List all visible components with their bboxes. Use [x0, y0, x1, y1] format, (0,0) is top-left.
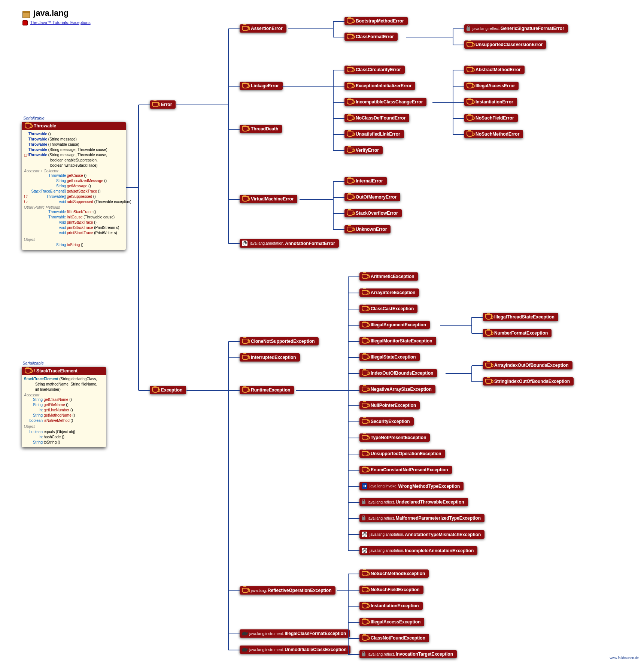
node-verifyerror[interactable]: VerifyError: [344, 146, 383, 154]
class-icon: [242, 126, 249, 132]
node-instex[interactable]: InstantiationException: [359, 602, 423, 610]
class-icon: [362, 371, 368, 376]
class-icon: [347, 34, 353, 39]
node-virtualmachineerror[interactable]: VirtualMachineError: [240, 195, 297, 203]
node-illarg[interactable]: IllegalArgumentException: [359, 321, 430, 329]
tutorials-link[interactable]: The Java™ Tutorials: Exceptions: [22, 20, 91, 25]
node-cnfex[interactable]: ClassNotFoundException: [359, 634, 429, 642]
node-assertionerror[interactable]: AssertionError: [240, 24, 286, 33]
class-icon: [242, 196, 249, 202]
class-icon: [347, 178, 353, 184]
node-incompann[interactable]: @java.lang.annotation.IncompleteAnnotati…: [359, 546, 477, 555]
class-icon: [362, 635, 368, 641]
node-instantiationerr[interactable]: InstantiationError: [464, 98, 517, 106]
class-icon: [467, 83, 473, 88]
class-icon: [242, 588, 249, 593]
reflect-icon: [467, 27, 470, 31]
node-npe[interactable]: NullPointerException: [359, 401, 420, 409]
class-icon: [347, 227, 353, 232]
node-enumconst[interactable]: EnumConstantNotPresentException: [359, 466, 452, 474]
node-wrongmeth[interactable]: ➔java.lang.invoke.WrongMethodTypeExcepti…: [359, 482, 464, 490]
node-unsupclassver[interactable]: UnsupportedClassVersionError: [464, 40, 546, 49]
node-unsupop[interactable]: UnsupportedOperationException: [359, 450, 445, 458]
tutorials-link-text[interactable]: The Java™ Tutorials: Exceptions: [30, 20, 91, 25]
class-icon: [362, 571, 368, 576]
class-icon: [467, 67, 473, 72]
node-bootstrapmethoderror[interactable]: BootstrapMethodError: [344, 17, 408, 25]
instrument-icon: [242, 632, 247, 635]
node-illclsfmt[interactable]: java.lang.instrument.IllegalClassFormatE…: [240, 629, 350, 638]
node-gensigformat[interactable]: java.lang.reflect.GenericSignatureFormat…: [464, 24, 568, 33]
node-nosuchfieldex[interactable]: NoSuchFieldException: [359, 586, 423, 594]
node-noclassdef[interactable]: NoClassDefFoundError: [344, 114, 409, 122]
package-header: java.lang: [22, 8, 69, 18]
node-abstractmeth[interactable]: AbstractMethodError: [464, 66, 525, 74]
node-arithex[interactable]: ArithmeticException: [359, 272, 418, 281]
class-icon: [347, 148, 353, 153]
node-stackoverflow[interactable]: StackOverflowError: [344, 209, 402, 217]
node-malparam[interactable]: java.lang.reflect.MalformedParameterized…: [359, 514, 484, 522]
node-annformaterr[interactable]: @java.lang.annotation.AnnotationFormatEr…: [240, 239, 339, 248]
node-classformaterror[interactable]: ClassFormatError: [344, 33, 398, 41]
node-ioob[interactable]: IndexOutOfBoundsException: [359, 369, 437, 377]
node-error[interactable]: Error: [150, 100, 176, 109]
node-excinit[interactable]: ExceptionInInitializerError: [344, 82, 415, 90]
node-nosuchmethoderr[interactable]: NoSuchMethodError: [464, 130, 523, 138]
annotation-icon: @: [362, 532, 367, 537]
node-aioob[interactable]: ArrayIndexOutOfBoundsException: [483, 361, 572, 369]
node-unsatlink[interactable]: UnsatisfiedLinkError: [344, 130, 404, 138]
class-icon: [152, 387, 159, 393]
card-throwable: Throwable Throwable ()Throwable (String …: [22, 122, 126, 250]
class-icon: [362, 619, 368, 625]
node-runtimeex[interactable]: RuntimeException: [240, 386, 294, 394]
node-threaddeath[interactable]: ThreadDeath: [240, 125, 282, 133]
class-icon: [347, 194, 353, 200]
node-outofmemory[interactable]: OutOfMemoryError: [344, 193, 400, 201]
node-unknownerror[interactable]: UnknownError: [344, 225, 391, 233]
card-ste-title: f StackTraceElement: [22, 367, 106, 375]
node-sioob[interactable]: StringIndexOutOfBoundsException: [483, 377, 574, 386]
node-illthreadstate[interactable]: IllegalThreadStateException: [483, 313, 558, 321]
node-unmodcls[interactable]: java.lang.instrument.UnmodifiableClassEx…: [240, 646, 350, 654]
class-icon: [362, 274, 368, 279]
class-icon: [362, 338, 368, 344]
node-reflop[interactable]: java.lang.ReflectiveOperationException: [240, 586, 335, 595]
node-interrupted[interactable]: InterruptedException: [240, 353, 300, 362]
class-icon: [467, 42, 473, 47]
card-throwable-title: Throwable: [22, 122, 126, 130]
node-illstate[interactable]: IllegalStateException: [359, 353, 420, 361]
instrument-icon: [242, 648, 247, 652]
node-clonenotsupp[interactable]: CloneNotSupportedException: [240, 337, 319, 345]
class-icon: [347, 18, 353, 24]
node-negarr[interactable]: NegativeArraySizeException: [359, 385, 435, 393]
node-illaccex[interactable]: IllegalAccessException: [359, 618, 424, 626]
node-numfmt[interactable]: NumberFormatException: [483, 329, 552, 337]
class-icon: [242, 26, 249, 31]
class-icon: [347, 99, 353, 105]
footer-link[interactable]: www.falkhausen.de: [610, 656, 639, 660]
node-security[interactable]: SecurityException: [359, 417, 414, 426]
node-illegalaccesserr[interactable]: IllegalAccessError: [464, 82, 519, 90]
node-classcast[interactable]: ClassCastException: [359, 305, 417, 313]
class-icon: [485, 363, 492, 368]
node-typenotpresent[interactable]: TypeNotPresentException: [359, 433, 430, 442]
node-arrstore[interactable]: ArrayStoreException: [359, 288, 419, 297]
node-classcircerror[interactable]: ClassCircularityError: [344, 66, 405, 74]
class-icon: [362, 435, 368, 440]
diagram-canvas: { "header": { "package": "java.lang", "t…: [0, 0, 644, 662]
class-icon: [467, 99, 473, 105]
node-undeclthr[interactable]: java.lang.reflect.UndeclaredThrowableExc…: [359, 498, 468, 506]
node-nosuchmethex[interactable]: NoSuchMethodException: [359, 569, 429, 578]
node-exception[interactable]: Exception: [150, 386, 186, 394]
node-illmonstate[interactable]: IllegalMonitorStateException: [359, 337, 436, 345]
class-icon: [467, 115, 473, 121]
node-internalerror[interactable]: InternalError: [344, 177, 387, 185]
node-incompat[interactable]: IncompatibleClassChangeError: [344, 98, 426, 106]
card-throwable-name: Throwable: [34, 123, 56, 129]
node-anntmism[interactable]: @java.lang.annotation.AnnotationTypeMism…: [359, 530, 484, 539]
reflect-icon: [362, 517, 365, 520]
node-invtarg[interactable]: java.lang.reflect.InvocationTargetExcept…: [359, 650, 457, 658]
class-icon: [362, 603, 368, 608]
node-nosuchfielderr[interactable]: NoSuchFieldError: [464, 114, 518, 122]
node-linkageerror[interactable]: LinkageError: [240, 82, 283, 90]
